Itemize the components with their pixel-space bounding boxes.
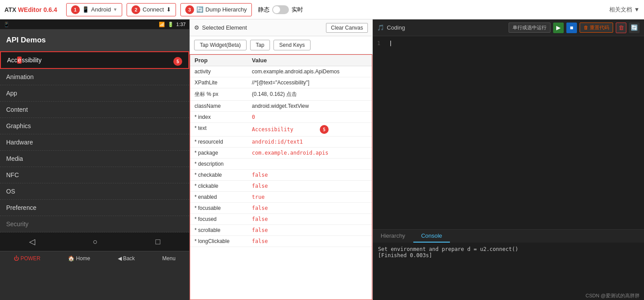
console-tab[interactable]: Console: [413, 230, 450, 243]
phone-bottom-bar: ⏻ POWER 🏠 Home ◀ Back Menu: [0, 251, 189, 265]
coding-actions: 单行或选中运行 ▶ ■ 🗑 重置代码 🗑 🔄: [509, 23, 640, 33]
menu-label-media: Media: [6, 155, 23, 162]
settings-icon: ⚙: [194, 24, 199, 31]
menu-label-preference: Preference: [6, 204, 36, 211]
table-row: classNameandroid.widget.TextView: [190, 101, 372, 112]
table-row: * enabledtrue: [190, 192, 372, 203]
reset-code-button[interactable]: 🗑 重置代码: [580, 23, 613, 33]
toggle-area: 静态 实时: [258, 5, 303, 14]
table-row: * description: [190, 159, 372, 170]
footer-text: CSDN @爱测试的高胖胖: [586, 293, 640, 298]
docs-link[interactable]: 相关文档 ▼: [609, 6, 640, 14]
table-row: * scrollablefalse: [190, 225, 372, 236]
menu-label-security: Security: [6, 220, 29, 228]
menu-item-preference[interactable]: Preference: [0, 200, 189, 216]
home-nav-icon[interactable]: ○: [93, 237, 98, 247]
console-line-1: Set environment and prepare d = u2.conne…: [378, 246, 639, 252]
table-row: activitycom.example.android.apis.ApiDemo…: [190, 66, 372, 77]
menu-item-app[interactable]: App: [0, 85, 189, 102]
table-row: * focusablefalse: [190, 203, 372, 214]
menu-item-hardware[interactable]: Hardware: [0, 134, 189, 151]
props-outer: Prop Value activitycom.example.android.a…: [190, 54, 372, 300]
dump-hierarchy-button[interactable]: 3 🔄 Dump Hierarchy: [180, 3, 252, 16]
menu-item-nfc[interactable]: NFC: [0, 167, 189, 183]
badge-5: 5: [320, 125, 329, 134]
props-table: Prop Value activitycom.example.android.a…: [190, 54, 372, 300]
docs-label: 相关文档: [609, 6, 632, 14]
menu-label-hardware: Hardware: [6, 139, 33, 146]
phone-icon: 📱: [4, 22, 10, 27]
android-button[interactable]: 1 📱 Android ▼: [66, 3, 123, 16]
connect-button[interactable]: 2 Connect ⬇: [127, 3, 176, 16]
code-editor[interactable]: 1 |: [373, 36, 644, 229]
app-name: WEditor: [18, 6, 42, 13]
phone-panel: 📱 📶 🔋 1:37 API Demos Accessibility 5 Ani…: [0, 19, 190, 300]
refresh-icon: 🔄: [196, 6, 203, 13]
stop-button[interactable]: ■: [566, 23, 577, 33]
main-area: 📱 📶 🔋 1:37 API Demos Accessibility 5 Ani…: [0, 19, 644, 300]
menu-label-graphics: Graphics: [6, 122, 31, 129]
connect-icon: ⬇: [166, 6, 171, 13]
send-keys-button[interactable]: Send Keys: [273, 40, 311, 50]
right-panel: 🎵 Coding 单行或选中运行 ▶ ■ 🗑 重置代码 🗑 🔄 1 | Hier…: [373, 19, 644, 300]
menu-item-accessibility[interactable]: Accessibility 5: [0, 51, 189, 69]
play-button[interactable]: ▶: [553, 23, 564, 33]
hierarchy-tab[interactable]: Hierarchy: [373, 230, 413, 243]
badge-3: 3: [185, 5, 194, 14]
connect-label: Connect: [142, 6, 164, 13]
tap-widget-button[interactable]: Tap Widget(Beta): [194, 40, 247, 50]
badge-2: 2: [131, 5, 140, 14]
table-row: * clickablefalse: [190, 181, 372, 192]
value-header: Value: [247, 55, 372, 66]
back-button[interactable]: ◀ Back: [113, 254, 139, 263]
menu-button[interactable]: Menu: [158, 254, 180, 263]
tap-button[interactable]: Tap: [250, 40, 270, 50]
console-line-2: [Finished 0.003s]: [378, 252, 639, 258]
coding-header: 🎵 Coding 单行或选中运行 ▶ ■ 🗑 重置代码 🗑 🔄: [373, 19, 644, 36]
prop-header: Prop: [190, 55, 247, 66]
footer-credit: CSDN @爱测试的高胖胖: [586, 292, 640, 300]
power-button[interactable]: ⏻ POWER: [9, 254, 45, 263]
phone-navbar: ◁ ○ □: [0, 232, 189, 251]
menu-label-app: App: [6, 90, 17, 97]
app-demo-title: API Demos: [6, 36, 46, 45]
menu-item-media[interactable]: Media: [0, 151, 189, 167]
menu-item-os[interactable]: OS: [0, 183, 189, 200]
menu-item-content[interactable]: Content: [0, 102, 189, 118]
selected-element-title: ⚙ Selected Element: [194, 24, 247, 31]
battery-icon: 🔋: [168, 22, 174, 27]
line-number: 1: [377, 40, 380, 46]
table-row: 坐标 % px(0.148, 0.162) 点击: [190, 88, 372, 101]
selected-element-header: ⚙ Selected Element Clear Canvas: [190, 19, 372, 36]
badge-1: 1: [71, 5, 80, 14]
menu-item-label: Accessibility: [7, 57, 41, 64]
coding-title: 🎵 Coding: [377, 24, 405, 31]
run-single-button[interactable]: 单行或选中运行: [509, 23, 550, 33]
menu-item-animation[interactable]: Animation: [0, 69, 189, 85]
dump-label: Dump Hierarchy: [206, 6, 247, 13]
table-row: * checkablefalse: [190, 170, 372, 181]
back-nav-icon[interactable]: ◁: [29, 237, 35, 247]
time-display: 1:37: [176, 22, 186, 27]
android-icon: 📱: [82, 6, 89, 13]
table-row: XPathLite//*[@text="Accessibility"]: [190, 77, 372, 88]
signal-icon: 📶: [159, 22, 165, 27]
mode-toggle[interactable]: [272, 5, 289, 14]
menu-item-security[interactable]: Security: [0, 216, 189, 232]
menu-list: Accessibility 5 Animation App Content Gr…: [0, 51, 189, 232]
statusbar-right: 📶 🔋 1:37: [159, 22, 186, 27]
table-row: * resourceIdandroid:id/text1: [190, 137, 372, 148]
recents-nav-icon[interactable]: □: [156, 237, 161, 247]
table-row: * packagecom.example.android.apis: [190, 148, 372, 159]
home-button[interactable]: 🏠 Home: [64, 254, 94, 263]
table-row: * focusedfalse: [190, 214, 372, 225]
delete-button[interactable]: 🗑: [616, 23, 626, 33]
table-row: * longClickablefalse: [190, 236, 372, 247]
menu-label-nfc: NFC: [6, 171, 19, 178]
toggle-knob: [273, 6, 280, 13]
coding-label: Coding: [387, 24, 405, 31]
clear-canvas-button[interactable]: Clear Canvas: [326, 23, 368, 33]
menu-label-os: OS: [6, 188, 15, 195]
refresh-button[interactable]: 🔄: [629, 23, 640, 33]
menu-item-graphics[interactable]: Graphics: [0, 118, 189, 134]
